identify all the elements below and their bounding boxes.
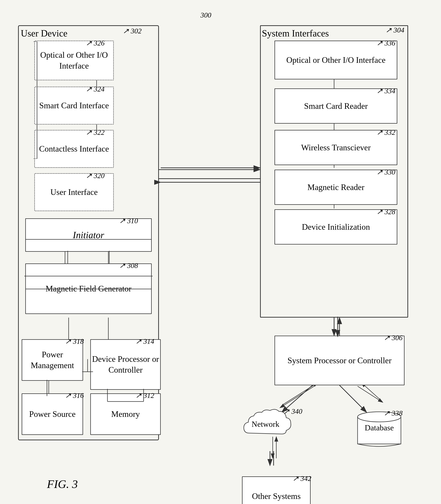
label-332: ↗ 332: [377, 128, 395, 137]
label-334: ↗ 334: [377, 87, 395, 95]
pm-to-dp-line: [82, 359, 93, 373]
pm-to-ps-line: [42, 380, 52, 398]
initiator-divider: [25, 239, 152, 240]
label-304: ↗ 304: [386, 26, 404, 34]
svg-line-35: [340, 385, 367, 412]
title-number: 300: [201, 11, 211, 19]
label-342: ↗ 342: [293, 474, 311, 483]
system-processor-box: System Processor or Controller: [274, 336, 405, 385]
label-310: ↗ 310: [119, 217, 138, 225]
label-306: ↗ 306: [384, 333, 403, 342]
label-302: ↗ 302: [123, 27, 142, 35]
label-326: ↗ 326: [86, 39, 105, 47]
label-324: ↗ 324: [86, 85, 105, 93]
device-processor-box: Device Processor or Controller: [90, 339, 161, 390]
label-338: ↗ 338: [384, 409, 403, 417]
label-336: ↗ 336: [377, 39, 395, 47]
label-330: ↗ 330: [377, 168, 395, 176]
label-320: ↗ 320: [86, 171, 105, 180]
device-to-interfaces-arrows: [159, 164, 264, 188]
label-322: ↗ 322: [86, 128, 105, 137]
dp-to-mem-lines: [89, 389, 162, 414]
mfg-connections: [24, 251, 154, 341]
bracket-left: [28, 42, 39, 159]
si-to-sp-arrow: [334, 317, 345, 338]
label-328: ↗ 328: [377, 208, 395, 216]
label-340: ↗ 340: [284, 407, 302, 415]
user-device-label: User Device: [21, 28, 67, 39]
fig-label: FIG. 3: [47, 477, 78, 491]
label-316: ↗ 316: [65, 391, 84, 400]
diagram: 300 User Device ↗ 302 System Interfaces …: [11, 11, 430, 498]
system-interfaces-label: System Interfaces: [262, 28, 329, 39]
